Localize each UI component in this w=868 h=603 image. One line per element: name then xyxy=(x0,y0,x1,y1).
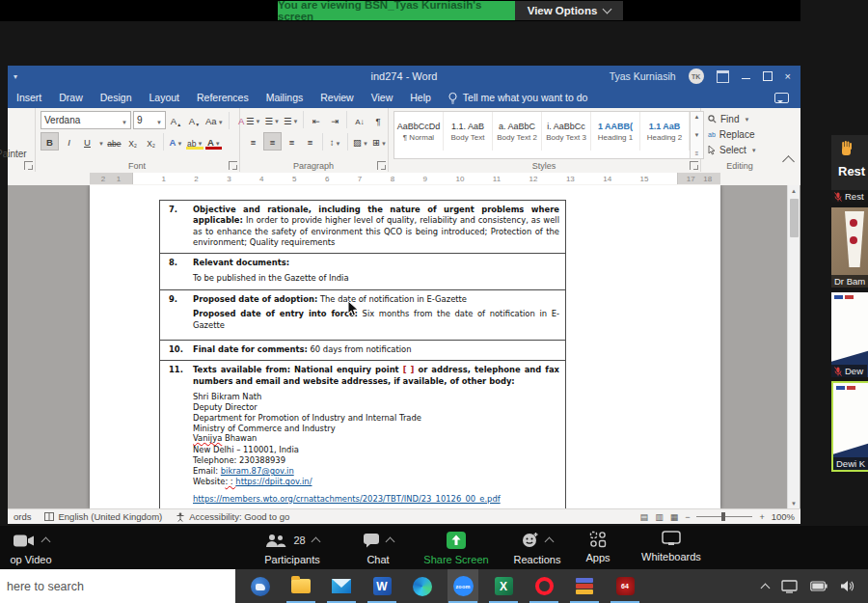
view-options-button[interactable]: View Options xyxy=(515,1,623,20)
chevron-up-icon[interactable] xyxy=(545,537,555,547)
taskbar-excel-icon[interactable]: X xyxy=(488,569,519,603)
font-color-button[interactable]: A▼ xyxy=(205,133,222,150)
numbering-button[interactable]: ☰▼ xyxy=(263,112,280,128)
align-center-button[interactable]: ≡ xyxy=(263,132,282,151)
tray-display-icon[interactable] xyxy=(781,580,798,593)
minimize-button[interactable] xyxy=(742,78,750,79)
ribbon-tab[interactable]: References xyxy=(188,92,258,103)
clipboard-dialog-launcher-icon[interactable] xyxy=(24,161,33,170)
taskbar-zoom-icon[interactable]: zoom xyxy=(448,569,478,603)
font-name-combo[interactable]: Verdana▼ xyxy=(41,111,131,129)
participant-tile[interactable]: Dew xyxy=(831,292,868,377)
language-indicator[interactable]: English (United Kingdom) xyxy=(44,511,162,522)
scroll-down-icon[interactable]: ▼ xyxy=(788,498,800,508)
format-painter-label[interactable]: Painter xyxy=(0,149,27,159)
share-screen-button[interactable]: Share Screen xyxy=(415,531,498,565)
align-left-button[interactable]: ≡ xyxy=(245,133,261,150)
document-page[interactable]: 7. Objective and rationale, including th… xyxy=(90,185,720,508)
zoom-slider-thumb[interactable] xyxy=(721,512,725,521)
change-case-button[interactable]: Aa▼ xyxy=(204,112,225,128)
tray-chevron-up-icon[interactable] xyxy=(762,582,769,591)
avatar[interactable]: TK xyxy=(689,69,704,84)
zoom-in-button[interactable]: + xyxy=(759,512,764,522)
text-effects-button[interactable]: A▼ xyxy=(168,133,184,150)
chevron-up-icon[interactable] xyxy=(386,537,395,547)
participant-tile[interactable]: Rest Rest xyxy=(831,135,868,203)
styles-dialog-launcher-icon[interactable] xyxy=(690,161,698,170)
ribbon-tab[interactable]: Layout xyxy=(140,92,188,103)
subscript-button[interactable]: X2 xyxy=(124,133,141,150)
align-right-button[interactable]: ≡ xyxy=(284,133,300,150)
ribbon-tab[interactable]: View xyxy=(363,92,402,103)
scrollbar-thumb[interactable] xyxy=(790,199,799,237)
taskbar-edge-icon[interactable] xyxy=(407,569,438,603)
chevron-down-icon[interactable]: ▼ xyxy=(98,141,104,147)
reactions-button[interactable]: Reactions xyxy=(503,531,571,565)
select-button[interactable]: Select▼ xyxy=(708,143,757,157)
chevron-up-icon[interactable] xyxy=(311,537,320,547)
bold-button[interactable]: B xyxy=(41,132,59,151)
grow-font-button[interactable]: A▲ xyxy=(168,112,184,128)
style-body-text-3[interactable]: i. AaBbCcBody Text 3 xyxy=(542,112,591,151)
ribbon-display-options-icon[interactable] xyxy=(717,70,729,83)
italic-button[interactable]: I xyxy=(61,133,77,150)
increase-indent-button[interactable]: ⇥ xyxy=(326,112,342,128)
read-mode-button[interactable]: ▤ xyxy=(640,512,649,522)
account-name[interactable]: Tyas Kurniasih xyxy=(610,70,676,82)
superscript-button[interactable]: X2 xyxy=(143,133,159,150)
shading-button[interactable]: ▨▼ xyxy=(352,133,369,150)
taskbar-opera-icon[interactable] xyxy=(529,569,559,603)
replace-button[interactable]: ab Replace xyxy=(708,127,757,142)
wto-pdf-link[interactable]: https://members.wto.org/crnattachments/2… xyxy=(193,494,501,504)
taskbar-red-app-icon[interactable]: 64 xyxy=(610,569,640,603)
ribbon-tab[interactable]: Design xyxy=(92,92,141,103)
zoom-percentage[interactable]: 100% xyxy=(772,511,795,522)
ribbon-tab[interactable]: Draw xyxy=(50,92,92,103)
tell-me-box[interactable]: Tell me what you want to do xyxy=(448,92,588,104)
style-body-text[interactable]: 1.1. AaBBody Text xyxy=(444,112,493,151)
taskbar-file-explorer-icon[interactable] xyxy=(285,569,316,603)
decrease-indent-button[interactable]: ⇤ xyxy=(308,112,324,128)
show-formatting-marks-button[interactable]: ¶ xyxy=(369,112,386,128)
style-heading-2[interactable]: 1.1 AaBHeading 2 xyxy=(640,112,690,151)
borders-button[interactable]: ⊞▼ xyxy=(371,133,388,150)
style-body-text-2[interactable]: a. AaBbCBody Text 2 xyxy=(493,112,542,151)
ribbon-tab[interactable]: Review xyxy=(312,92,362,103)
tray-speaker-icon[interactable] xyxy=(840,580,854,592)
chevron-up-icon[interactable] xyxy=(41,537,51,547)
font-dialog-launcher-icon[interactable] xyxy=(229,161,237,170)
underline-button[interactable]: U xyxy=(79,133,95,150)
email-link[interactable]: bikram.87@gov.in xyxy=(221,466,294,476)
font-size-combo[interactable]: 9▼ xyxy=(133,111,166,129)
participant-tile-active-speaker[interactable]: Dewi K xyxy=(831,381,868,472)
ribbon-tab[interactable]: Help xyxy=(401,92,440,103)
participants-button[interactable]: 28 Participants xyxy=(249,531,336,565)
sort-button[interactable]: A↓ xyxy=(351,112,367,128)
taskbar-winrar-icon[interactable] xyxy=(569,569,600,603)
paragraph-dialog-launcher-icon[interactable] xyxy=(377,161,386,170)
zoom-slider[interactable] xyxy=(696,516,752,517)
web-layout-button[interactable]: ▦ xyxy=(670,512,679,522)
taskbar-word-icon[interactable]: W xyxy=(366,569,397,603)
close-button[interactable]: × xyxy=(785,71,791,82)
line-spacing-button[interactable]: ↕▼ xyxy=(327,133,343,150)
ribbon-tab[interactable]: Mailings xyxy=(258,92,312,103)
justify-button[interactable]: ≡ xyxy=(302,133,318,150)
multilevel-list-button[interactable]: ☰▼ xyxy=(283,112,299,128)
whiteboards-button[interactable]: Whiteboards xyxy=(632,531,711,562)
print-layout-button[interactable]: ▥ xyxy=(655,512,664,522)
scroll-up-icon[interactable]: ▲ xyxy=(788,185,800,196)
participant-tile[interactable]: Dr Bam xyxy=(831,207,868,288)
accessibility-status[interactable]: Accessibility: Good to go xyxy=(176,511,289,522)
apps-button[interactable]: Apps xyxy=(574,531,622,563)
bullets-button[interactable]: ☰▼ xyxy=(245,112,261,128)
zoom-out-button[interactable]: − xyxy=(685,512,690,522)
chat-button[interactable]: Chat xyxy=(349,531,407,565)
taskbar-mail-client-icon[interactable] xyxy=(245,569,276,603)
text-highlight-button[interactable]: ab▼ xyxy=(186,133,203,150)
style-normal[interactable]: AaBbCcDd¶ Normal xyxy=(394,112,444,151)
stop-video-button[interactable]: op Video xyxy=(0,531,69,565)
collapse-ribbon-icon[interactable] xyxy=(782,155,795,168)
word-count[interactable]: ords xyxy=(14,511,31,522)
ribbon-tab[interactable]: Insert xyxy=(8,92,50,103)
